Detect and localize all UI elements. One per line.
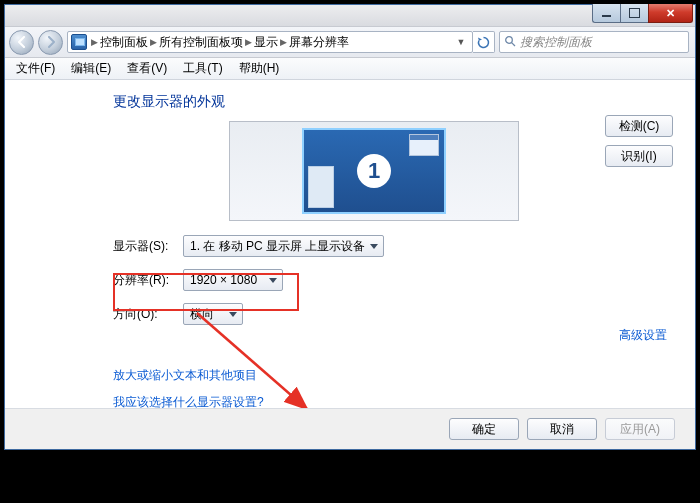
mini-window-icon [409, 134, 439, 156]
svg-line-1 [512, 42, 515, 45]
display-label: 显示器(S): [113, 238, 173, 255]
svg-point-0 [506, 36, 513, 43]
refresh-button[interactable] [473, 31, 495, 53]
text-size-link[interactable]: 放大或缩小文本和其他项目 [113, 367, 673, 384]
menu-edit[interactable]: 编辑(E) [64, 58, 118, 79]
mini-windows-icon [308, 166, 334, 208]
menu-help[interactable]: 帮助(H) [232, 58, 287, 79]
orientation-combo[interactable]: 横向 [183, 303, 243, 325]
orientation-label: 方向(O): [113, 306, 173, 323]
breadcrumb: ▶ 控制面板 ▶ 所有控制面板项 ▶ 显示 ▶ 屏幕分辨率 [90, 34, 349, 51]
window: ▶ 控制面板 ▶ 所有控制面板项 ▶ 显示 ▶ 屏幕分辨率 ▼ [4, 4, 696, 450]
back-button[interactable] [9, 30, 34, 55]
detect-button[interactable]: 检测(C) [605, 115, 673, 137]
advanced-settings-link[interactable]: 高级设置 [619, 327, 667, 344]
monitor-preview[interactable]: 1 [229, 121, 519, 221]
display-combo[interactable]: 1. 在 移动 PC 显示屏 上显示设备 [183, 235, 384, 257]
cancel-button[interactable]: 取消 [527, 418, 597, 440]
menu-view[interactable]: 查看(V) [120, 58, 174, 79]
minimize-button[interactable] [592, 4, 620, 23]
location-bar[interactable]: ▶ 控制面板 ▶ 所有控制面板项 ▶ 显示 ▶ 屏幕分辨率 ▼ [67, 31, 473, 53]
breadcrumb-item[interactable]: 控制面板 [100, 34, 148, 51]
resolution-label: 分辨率(R): [113, 272, 173, 289]
search-icon [504, 35, 516, 50]
control-panel-icon [71, 34, 87, 50]
navigation-bar: ▶ 控制面板 ▶ 所有控制面板项 ▶ 显示 ▶ 屏幕分辨率 ▼ [5, 27, 695, 58]
titlebar [5, 5, 695, 27]
monitor-1[interactable]: 1 [302, 128, 446, 214]
monitor-number: 1 [357, 154, 391, 188]
dialog-footer: 确定 取消 应用(A) [5, 408, 695, 449]
search-placeholder: 搜索控制面板 [520, 34, 592, 51]
identify-button[interactable]: 识别(I) [605, 145, 673, 167]
menu-tools[interactable]: 工具(T) [176, 58, 229, 79]
breadcrumb-item[interactable]: 所有控制面板项 [159, 34, 243, 51]
apply-button: 应用(A) [605, 418, 675, 440]
menu-file[interactable]: 文件(F) [9, 58, 62, 79]
breadcrumb-item[interactable]: 显示 [254, 34, 278, 51]
page-title: 更改显示器的外观 [113, 93, 673, 111]
maximize-button[interactable] [620, 4, 648, 23]
breadcrumb-item[interactable]: 屏幕分辨率 [289, 34, 349, 51]
content-area: 更改显示器的外观 1 检测(C) 识别(I) 显示器(S): 1. 在 移动 [5, 81, 695, 408]
close-button[interactable] [648, 4, 693, 23]
window-controls [592, 4, 693, 23]
resolution-combo[interactable]: 1920 × 1080 [183, 269, 283, 291]
ok-button[interactable]: 确定 [449, 418, 519, 440]
menu-bar: 文件(F) 编辑(E) 查看(V) 工具(T) 帮助(H) [5, 58, 695, 80]
forward-button[interactable] [38, 30, 63, 55]
search-box[interactable]: 搜索控制面板 [499, 31, 689, 53]
location-dropdown-icon[interactable]: ▼ [453, 37, 469, 47]
